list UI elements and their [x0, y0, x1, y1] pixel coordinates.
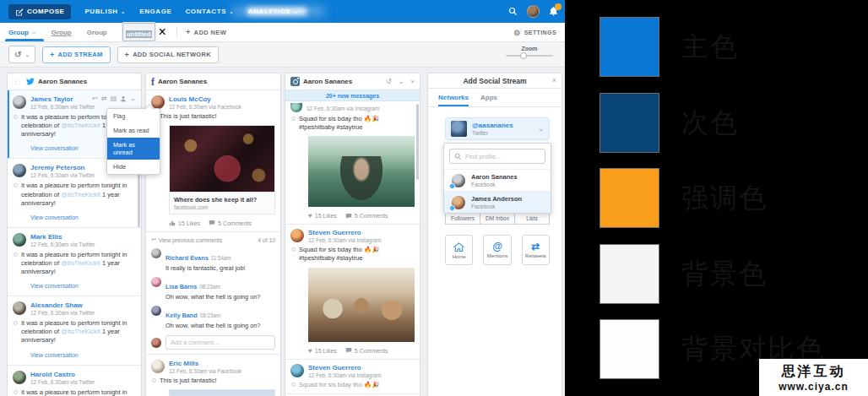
menu-item-mark-as-unread[interactable]: Mark as unread [107, 138, 160, 160]
avatar[interactable] [13, 164, 26, 177]
tab-group-1[interactable]: Group × [8, 23, 36, 41]
segment-dm-inbox[interactable]: DM Inbox [480, 212, 515, 225]
view-conversation-link[interactable]: View conversation [30, 214, 79, 220]
tab-rename-input[interactable]: untitled [122, 23, 155, 41]
settings-button[interactable]: ⚙ SETTINGS [513, 23, 556, 42]
add-comment-input[interactable] [165, 335, 275, 350]
tweet-item[interactable]: Mark Ellis 12 Feb, 6:30am via Twitter It… [8, 228, 141, 296]
tweet-author[interactable]: Mark Ellis [30, 233, 95, 241]
likes-count[interactable]: ♥15 Likes [308, 212, 337, 220]
retweet-icon[interactable]: ⇄ [101, 95, 107, 102]
chevron-down-icon[interactable]: ⌄ [399, 78, 404, 85]
unread-indicator[interactable] [291, 117, 296, 121]
avatar[interactable] [151, 306, 161, 316]
view-conversation-link[interactable]: View conversation [30, 352, 79, 358]
nav-item-engage[interactable]: ENGAGE [139, 8, 171, 15]
post-image-box[interactable] [169, 389, 275, 396]
tweet-author[interactable]: Alexander Shaw [30, 301, 95, 309]
tweet-item[interactable]: Alexander Shaw 12 Feb, 6:30am via Twitte… [8, 296, 141, 365]
scrollbar[interactable] [416, 104, 419, 180]
nav-item-contacts[interactable]: CONTACTS⌄ [185, 8, 234, 15]
find-profile-input[interactable] [465, 153, 540, 160]
post-image[interactable] [308, 268, 415, 342]
post-author[interactable]: Steven Guerrero [308, 364, 381, 372]
unread-indicator[interactable] [14, 321, 18, 325]
likes-count[interactable]: ♥15 Likes [308, 347, 337, 355]
tab-networks[interactable]: Networks [438, 89, 469, 106]
menu-item-hide[interactable]: Hide [107, 160, 160, 174]
unread-indicator[interactable] [14, 390, 18, 394]
add-new-tab-button[interactable]: + ADD NEW [186, 28, 226, 36]
avatar[interactable] [290, 103, 302, 112]
avatar[interactable] [13, 233, 26, 247]
stream-header-instagram[interactable]: Aaron Sananes ↺ ⌄ × [285, 73, 420, 90]
search-icon[interactable] [508, 7, 518, 16]
close-icon[interactable]: × [159, 24, 166, 40]
new-messages-banner[interactable]: 20+ new messages [285, 90, 420, 101]
avatar[interactable] [290, 364, 304, 377]
unread-indicator[interactable] [14, 115, 18, 119]
selected-profile-dropdown[interactable]: @aasananes Twitter ⌄ [445, 117, 550, 140]
unread-indicator[interactable] [291, 382, 296, 387]
post-image[interactable] [170, 390, 274, 396]
close-icon[interactable]: × [552, 76, 556, 84]
tab-group-3[interactable]: Group [87, 23, 107, 41]
facebook-post[interactable]: Eric Mills 12 Feb, 6:30am via Facebook T… [146, 355, 280, 396]
unread-indicator[interactable] [14, 252, 18, 257]
avatar[interactable] [13, 301, 26, 315]
add-stream-button[interactable]: + ADD STREAM [42, 46, 111, 63]
post-image[interactable] [308, 136, 415, 207]
refresh-split-button[interactable]: ↺ ⌄ [8, 46, 35, 63]
comment-author[interactable]: Richard Evans [165, 254, 209, 262]
profile-option[interactable]: ✓ Aaron Sananes Facebook [444, 169, 551, 191]
avatar[interactable] [151, 338, 161, 348]
nav-item-publish[interactable]: PUBLISH⌄ [84, 8, 126, 15]
menu-item-flag[interactable]: Flag [107, 109, 160, 123]
comment-row[interactable]: Lisa Barns08:23am Oh wow, what the hell … [151, 277, 275, 301]
compose-button[interactable]: COMPOSE [8, 4, 71, 19]
post-author[interactable]: Steven Guerrero [308, 229, 381, 236]
reply-icon[interactable]: ↩ [92, 95, 98, 102]
instagram-post[interactable]: 12 Feb, 6:30am via Instagram Squad for s… [285, 101, 420, 225]
post-author[interactable]: Eric Mills [169, 360, 241, 367]
avatar[interactable] [151, 248, 161, 258]
post-author[interactable]: Louis McCoy [169, 95, 241, 103]
segment-followers[interactable]: Followers [445, 212, 480, 225]
view-conversation-link[interactable]: View conversation [30, 145, 79, 151]
mention-link[interactable]: @ItsTheKickIt [61, 191, 100, 198]
comment-author[interactable]: Kelly Band [165, 312, 198, 319]
tweet-author[interactable]: James Taylor [30, 95, 95, 103]
tweet-item[interactable]: Harold Castro 12 Feb, 6:30am via Twitter… [8, 366, 141, 396]
menu-item-mark-as-read[interactable]: Mark as read [107, 123, 160, 138]
segment-lists[interactable]: Lists [515, 212, 550, 225]
avatar[interactable] [151, 277, 161, 287]
mention-link[interactable]: @ItsTheKickIt [61, 259, 100, 267]
stream-header-facebook[interactable]: f Aaron Sananes [146, 73, 280, 90]
profile-icon[interactable] [120, 95, 127, 102]
notifications-bell[interactable] [549, 7, 558, 16]
tweet-author[interactable]: Jeremy Peterson [30, 164, 95, 171]
tweet-author[interactable]: Harold Castro [30, 371, 95, 378]
profile-search[interactable] [449, 149, 545, 164]
link-preview[interactable]: Where does she keep it all? facebook.com [169, 125, 275, 214]
comments-count[interactable]: 5 Comments [345, 213, 388, 220]
comments-count[interactable]: 5 Comments [209, 220, 252, 226]
instagram-post[interactable]: Steven Guerrero 12 Feb, 6:30am via Insta… [285, 225, 420, 359]
profile-option[interactable]: ✓ James Anderson Facebook [444, 191, 551, 213]
stream-header-twitter[interactable]: ⋮⋮ Aaron Sananes [8, 73, 141, 90]
link-preview-title[interactable]: Where does she keep it all? [174, 196, 270, 203]
unread-indicator[interactable] [14, 183, 18, 187]
post-hashtags[interactable]: #tpeshitbaby #staytrue [299, 254, 362, 262]
post-image[interactable] [170, 126, 274, 192]
zoom-slider-thumb[interactable] [520, 52, 527, 59]
unread-indicator[interactable] [291, 247, 296, 252]
close-icon[interactable]: × [32, 29, 36, 36]
instagram-post[interactable]: Steven Guerrero 12 Feb, 6:30am via Insta… [285, 360, 420, 394]
avatar[interactable] [13, 95, 26, 109]
stream-button-retweets[interactable]: ⇄ Retweets [522, 235, 550, 265]
drag-handle-icon[interactable]: ⋮⋮ [13, 79, 21, 85]
post-hashtags[interactable]: #tpeshitbaby #staytrue [299, 123, 362, 131]
view-previous-comments-link[interactable]: ↩ View previous comments [151, 236, 222, 243]
zoom-slider[interactable] [506, 55, 553, 57]
chevron-down-icon[interactable]: ⌄ [130, 95, 136, 102]
